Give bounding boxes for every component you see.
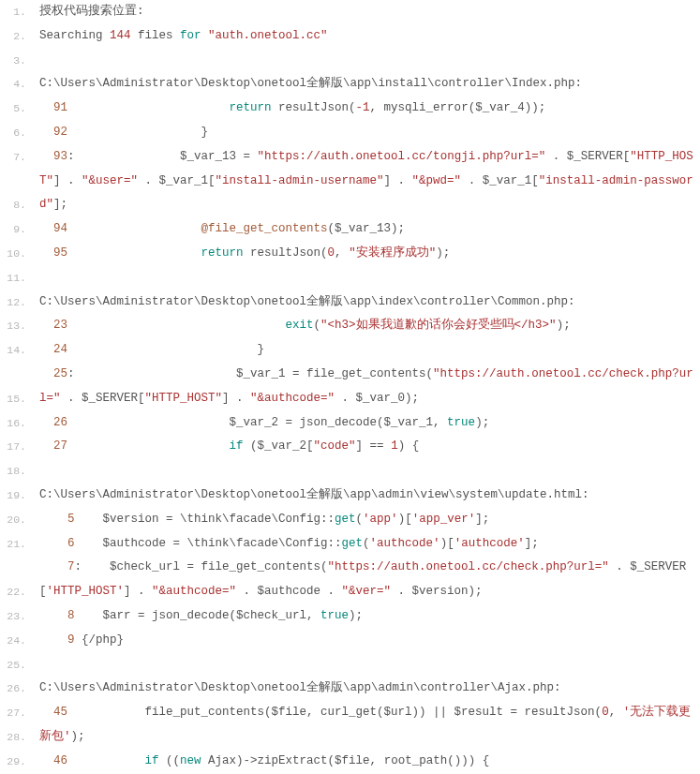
- code-line: 9 {/php}: [39, 629, 700, 653]
- file-path: C:\Users\Administrator\Desktop\onetool全解…: [39, 484, 700, 508]
- code-line: 8 $arr = json_decode($check_url, true);: [39, 604, 700, 629]
- blank-line: [39, 266, 700, 290]
- code-content: 授权代码搜索位置: Searching 144 files for "auth.…: [32, 0, 700, 774]
- code-line: 93: $_var_13 = "https://auth.onetool.cc/…: [39, 145, 700, 217]
- line-number-gutter: 1.2.3.4. 5.6.7.8. 9.10.11.12. 13.14.15.1…: [0, 0, 32, 774]
- code-line: 91 return resultJson(-1, mysqli_error($_…: [39, 97, 700, 121]
- code-line: 27 if ($_var_2["code"] == 1) {: [39, 435, 700, 459]
- code-line: 94 @file_get_contents($_var_13);: [39, 217, 700, 242]
- code-block: 1.2.3.4. 5.6.7.8. 9.10.11.12. 13.14.15.1…: [0, 0, 700, 774]
- search-summary: Searching 144 files for "auth.onetool.cc…: [39, 24, 700, 49]
- file-count: 144: [110, 29, 131, 42]
- title-text: 授权代码搜索位置:: [39, 5, 144, 18]
- code-line: 95 return resultJson(0, "安装程序成功");: [39, 242, 700, 266]
- search-term: "auth.onetool.cc": [208, 29, 328, 42]
- blank-line: [39, 459, 700, 484]
- code-line: 7: $check_url = file_get_contents("https…: [39, 556, 700, 604]
- title-line: 授权代码搜索位置:: [39, 0, 700, 24]
- code-line: 6 $authcode = \think\facade\Config::get(…: [39, 532, 700, 557]
- file-path: C:\Users\Administrator\Desktop\onetool全解…: [39, 72, 700, 97]
- code-line: 46 if ((new Ajax)->zipExtract($file, roo…: [39, 750, 700, 774]
- code-line: 5 $version = \think\facade\Config::get('…: [39, 508, 700, 532]
- code-line: 24 }: [39, 338, 700, 363]
- code-line: 25: $_var_1 = file_get_contents("https:/…: [39, 363, 700, 411]
- code-line: 26 $_var_2 = json_decode($_var_1, true);: [39, 411, 700, 436]
- blank-line: [39, 49, 700, 73]
- blank-line: [39, 653, 700, 677]
- code-line: 92 }: [39, 121, 700, 145]
- file-path: C:\Users\Administrator\Desktop\onetool全解…: [39, 677, 700, 701]
- code-line: 23 exit("<h3>如果我道歉的话你会好受些吗</h3>");: [39, 314, 700, 338]
- file-path: C:\Users\Administrator\Desktop\onetool全解…: [39, 290, 700, 315]
- code-line: 45 file_put_contents($file, curl_get($ur…: [39, 701, 700, 750]
